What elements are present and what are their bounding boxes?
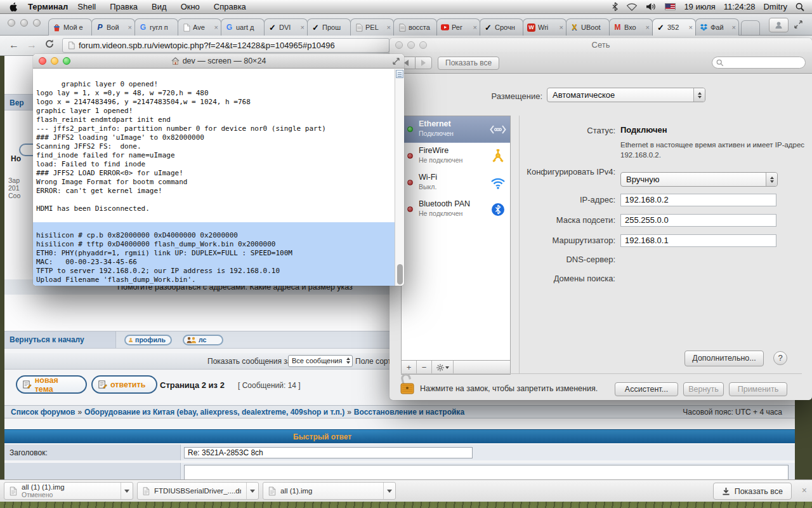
download-menu-button[interactable] <box>383 483 395 499</box>
terminal-output[interactable]: graphic layer 0 opened! logo lay = 1, x … <box>33 69 395 286</box>
configure-ipv4-select[interactable]: Вручную <box>620 172 778 187</box>
menubar-user[interactable]: Dmitry <box>763 2 787 11</box>
interface-item-wifi[interactable]: Wi-Fi Выкл. <box>402 170 510 196</box>
back-to-top-link[interactable]: Вернуться к началу <box>4 331 116 348</box>
spotlight-icon[interactable] <box>796 3 804 11</box>
ip-input[interactable]: 192.168.0.2 <box>620 194 776 206</box>
profile-button-forum[interactable]: профиль <box>124 335 172 345</box>
apply-button[interactable]: Применить <box>729 382 787 396</box>
scrollbar-thumb[interactable] <box>397 264 403 284</box>
download-item[interactable]: all (1) (1).img Отменено <box>4 482 133 500</box>
download-item[interactable]: FTDIUSBSerialDriver_....dmg <box>137 482 259 500</box>
new-topic-button[interactable]: новая тема <box>16 375 87 394</box>
menu-help[interactable]: Справка <box>207 2 253 11</box>
subject-input[interactable]: Re: 3521A-2853C 8ch <box>184 447 473 458</box>
add-interface-button[interactable]: + <box>402 361 417 374</box>
window-minimize-button[interactable] <box>20 19 28 27</box>
browser-tab-active[interactable]: ✓ 352 × <box>652 18 696 36</box>
back-icon[interactable]: ← <box>9 39 19 51</box>
help-button[interactable]: ? <box>773 351 787 365</box>
message-textarea[interactable] <box>184 465 789 479</box>
terminal-titlebar[interactable]: dev — screen — 80×24 <box>33 54 404 69</box>
window-zoom-button[interactable] <box>63 57 70 65</box>
advanced-button[interactable]: Дополнительно... <box>684 351 764 366</box>
new-tab-button[interactable] <box>741 20 760 35</box>
browser-tab[interactable]: G uart д <box>221 18 265 36</box>
browser-tab[interactable]: PEL × <box>350 18 394 36</box>
revert-button[interactable]: Вернуть <box>683 382 724 396</box>
fullscreen-icon[interactable] <box>794 20 802 29</box>
browser-tab[interactable]: W Wri × <box>523 18 566 36</box>
browser-tab[interactable]: M Вхо × <box>609 18 653 36</box>
browser-tab[interactable]: Рег × <box>436 18 480 36</box>
forward-icon[interactable]: → <box>27 39 37 51</box>
window-minimize-button[interactable] <box>407 41 415 49</box>
browser-tab[interactable]: Фай × <box>695 18 739 36</box>
menu-view[interactable]: Вид <box>145 2 174 11</box>
remove-interface-button[interactable]: − <box>417 361 432 374</box>
forward-button[interactable] <box>415 57 433 69</box>
browser-tab[interactable]: P Вой × <box>91 18 135 36</box>
breadcrumb-link[interactable]: Восстановление и настройка <box>354 408 464 417</box>
unlocked-padlock-icon[interactable] <box>398 373 416 396</box>
terminal-scrollbar[interactable] <box>395 69 404 286</box>
tab-close-icon[interactable]: × <box>560 23 563 31</box>
reply-button[interactable]: ответить <box>91 375 157 394</box>
location-select[interactable]: Автоматическое <box>547 88 705 102</box>
menu-shell[interactable]: Shell <box>70 2 103 11</box>
browser-tab[interactable]: ✓ Прош <box>307 18 351 36</box>
menubar-date[interactable]: 19 июля <box>684 2 715 11</box>
browser-tab[interactable]: Мой е <box>48 18 92 36</box>
show-posts-select[interactable]: Все сообщения <box>288 355 353 367</box>
volume-icon[interactable] <box>646 3 657 11</box>
tab-close-icon[interactable]: × <box>128 23 132 31</box>
tab-close-icon[interactable]: × <box>387 23 391 31</box>
tab-close-icon[interactable]: × <box>473 23 477 31</box>
interface-actions-button[interactable] <box>432 361 454 374</box>
window-close-button[interactable] <box>395 41 403 49</box>
window-zoom-button[interactable] <box>33 19 41 27</box>
browser-tab[interactable]: восста <box>393 18 437 36</box>
browser-tab[interactable]: ✓ DVI × <box>264 18 308 36</box>
close-downloads-icon[interactable]: × <box>802 486 807 495</box>
download-menu-button[interactable] <box>121 483 133 499</box>
address-bar[interactable]: forum.videon.spb.ru/viewtopic.php?f=24&t… <box>62 38 390 53</box>
tab-close-icon[interactable]: × <box>214 23 218 31</box>
menu-edit[interactable]: Правка <box>103 2 145 11</box>
profile-button[interactable] <box>769 18 789 32</box>
window-close-button[interactable] <box>39 57 46 65</box>
resize-icon[interactable] <box>392 57 400 65</box>
breadcrumb-link[interactable]: Оборудование из Китая (ebay, aliexpress,… <box>84 408 344 417</box>
window-zoom-button[interactable] <box>419 41 427 49</box>
breadcrumb-link[interactable]: Список форумов <box>11 408 75 417</box>
subnet-mask-input[interactable]: 255.255.0.0 <box>620 214 776 227</box>
tab-close-icon[interactable]: × <box>732 23 736 31</box>
tab-close-icon[interactable]: × <box>689 23 693 31</box>
menubar-clock[interactable]: 11:24:28 <box>724 2 756 11</box>
us-flag-icon[interactable] <box>665 3 676 10</box>
router-input[interactable]: 192.168.0.1 <box>620 234 776 247</box>
apple-menu[interactable] <box>0 2 28 12</box>
interface-item-firewire[interactable]: FireWire Не подключен <box>402 143 510 170</box>
show-all-downloads-button[interactable]: Показать все <box>713 483 792 500</box>
tab-close-icon[interactable]: × <box>301 23 304 31</box>
assistant-button[interactable]: Ассистент... <box>615 382 678 396</box>
download-item[interactable]: all (1).img <box>263 482 396 500</box>
browser-tab[interactable]: ✓ Срочн <box>480 18 523 36</box>
browser-tab[interactable]: Ave × <box>178 18 221 36</box>
wifi-icon[interactable] <box>626 3 638 11</box>
browser-tab[interactable]: X UBoot <box>566 18 610 36</box>
reload-icon[interactable] <box>44 39 55 49</box>
window-close-button[interactable] <box>8 19 15 27</box>
interface-item-bluetooth-pan[interactable]: Bluetooth PAN Не подключен <box>402 196 510 223</box>
prefs-search-field[interactable] <box>712 57 806 69</box>
browser-tab[interactable]: G гугл п <box>134 18 178 36</box>
download-menu-button[interactable] <box>246 483 258 499</box>
tab-close-icon[interactable]: × <box>646 23 650 31</box>
bluetooth-icon[interactable] <box>612 2 618 11</box>
app-menu-terminal[interactable]: Терминал <box>28 2 68 11</box>
interface-item-ethernet[interactable]: Ethernet Подключен <box>402 116 510 143</box>
menu-window[interactable]: Окно <box>174 2 207 11</box>
show-all-prefs-button[interactable]: Показать все <box>438 57 499 70</box>
window-minimize-button[interactable] <box>51 57 58 65</box>
